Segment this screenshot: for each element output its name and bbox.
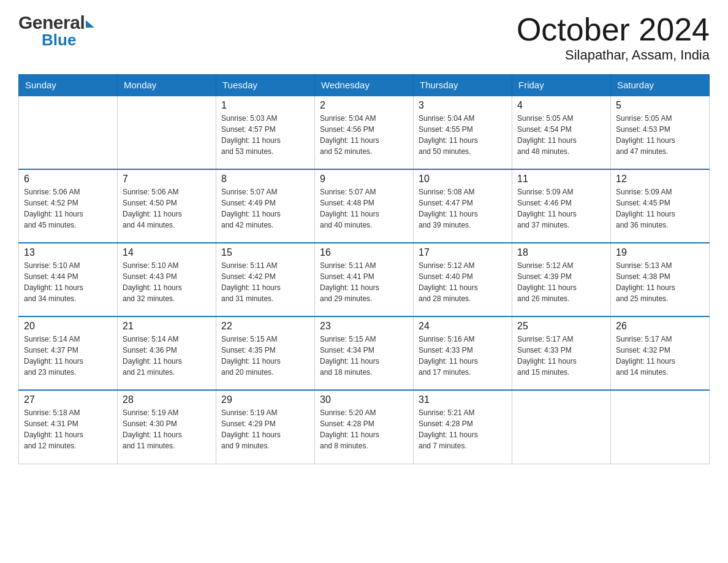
day-info: Sunrise: 5:20 AMSunset: 4:28 PMDaylight:…	[320, 407, 408, 451]
table-row: 19Sunrise: 5:13 AMSunset: 4:38 PMDayligh…	[611, 243, 710, 316]
table-row	[118, 96, 216, 169]
day-number: 25	[517, 321, 605, 332]
day-number: 11	[517, 174, 605, 185]
day-number: 12	[616, 174, 704, 185]
weekday-header-row: Sunday Monday Tuesday Wednesday Thursday…	[19, 75, 710, 96]
table-row: 26Sunrise: 5:17 AMSunset: 4:32 PMDayligh…	[611, 316, 710, 390]
calendar-week-row: 27Sunrise: 5:18 AMSunset: 4:31 PMDayligh…	[19, 390, 710, 464]
day-number: 19	[616, 247, 704, 258]
table-row	[512, 390, 611, 464]
page-header: General Blue October 2024 Silapathar, As…	[18, 12, 710, 63]
table-row: 29Sunrise: 5:19 AMSunset: 4:29 PMDayligh…	[216, 390, 315, 464]
day-info: Sunrise: 5:19 AMSunset: 4:30 PMDaylight:…	[123, 407, 211, 451]
table-row: 8Sunrise: 5:07 AMSunset: 4:49 PMDaylight…	[216, 169, 315, 243]
day-info: Sunrise: 5:07 AMSunset: 4:49 PMDaylight:…	[221, 186, 309, 231]
day-info: Sunrise: 5:15 AMSunset: 4:34 PMDaylight:…	[320, 334, 408, 378]
calendar-title: October 2024	[517, 12, 710, 47]
day-info: Sunrise: 5:14 AMSunset: 4:37 PMDaylight:…	[24, 334, 112, 378]
logo-general-text: General	[18, 12, 85, 33]
table-row: 2Sunrise: 5:04 AMSunset: 4:56 PMDaylight…	[315, 96, 414, 169]
day-info: Sunrise: 5:17 AMSunset: 4:33 PMDaylight:…	[517, 334, 605, 378]
day-number: 18	[517, 247, 605, 258]
table-row: 30Sunrise: 5:20 AMSunset: 4:28 PMDayligh…	[315, 390, 414, 464]
day-info: Sunrise: 5:06 AMSunset: 4:52 PMDaylight:…	[24, 186, 112, 231]
table-row	[19, 96, 118, 169]
table-row: 16Sunrise: 5:11 AMSunset: 4:41 PMDayligh…	[315, 243, 414, 316]
day-number: 31	[419, 394, 507, 405]
day-number: 22	[221, 321, 309, 332]
col-wednesday: Wednesday	[315, 75, 414, 96]
day-info: Sunrise: 5:15 AMSunset: 4:35 PMDaylight:…	[221, 334, 309, 378]
table-row: 7Sunrise: 5:06 AMSunset: 4:50 PMDaylight…	[118, 169, 216, 243]
day-info: Sunrise: 5:18 AMSunset: 4:31 PMDaylight:…	[24, 407, 112, 451]
table-row: 10Sunrise: 5:08 AMSunset: 4:47 PMDayligh…	[414, 169, 512, 243]
table-row: 17Sunrise: 5:12 AMSunset: 4:40 PMDayligh…	[414, 243, 512, 316]
day-number: 8	[221, 174, 309, 185]
table-row: 14Sunrise: 5:10 AMSunset: 4:43 PMDayligh…	[118, 243, 216, 316]
logo-blue-text: Blue	[42, 31, 76, 50]
day-number: 1	[221, 100, 309, 111]
table-row: 22Sunrise: 5:15 AMSunset: 4:35 PMDayligh…	[216, 316, 315, 390]
day-info: Sunrise: 5:09 AMSunset: 4:45 PMDaylight:…	[616, 186, 704, 231]
day-number: 29	[221, 394, 309, 405]
table-row: 5Sunrise: 5:05 AMSunset: 4:53 PMDaylight…	[611, 96, 710, 169]
day-number: 15	[221, 247, 309, 258]
day-number: 24	[419, 321, 507, 332]
table-row: 20Sunrise: 5:14 AMSunset: 4:37 PMDayligh…	[19, 316, 118, 390]
day-info: Sunrise: 5:08 AMSunset: 4:47 PMDaylight:…	[419, 186, 507, 231]
day-number: 23	[320, 321, 408, 332]
table-row: 21Sunrise: 5:14 AMSunset: 4:36 PMDayligh…	[118, 316, 216, 390]
table-row	[611, 390, 710, 464]
col-tuesday: Tuesday	[216, 75, 315, 96]
day-number: 16	[320, 247, 408, 258]
table-row: 25Sunrise: 5:17 AMSunset: 4:33 PMDayligh…	[512, 316, 611, 390]
day-info: Sunrise: 5:10 AMSunset: 4:44 PMDaylight:…	[24, 260, 112, 304]
day-number: 28	[123, 394, 211, 405]
day-info: Sunrise: 5:04 AMSunset: 4:56 PMDaylight:…	[320, 113, 408, 157]
day-number: 9	[320, 174, 408, 185]
day-number: 5	[616, 100, 704, 111]
table-row: 3Sunrise: 5:04 AMSunset: 4:55 PMDaylight…	[414, 96, 512, 169]
calendar-week-row: 6Sunrise: 5:06 AMSunset: 4:52 PMDaylight…	[19, 169, 710, 243]
table-row: 12Sunrise: 5:09 AMSunset: 4:45 PMDayligh…	[611, 169, 710, 243]
logo: General Blue	[18, 12, 94, 50]
day-info: Sunrise: 5:14 AMSunset: 4:36 PMDaylight:…	[123, 334, 211, 378]
table-row: 18Sunrise: 5:12 AMSunset: 4:39 PMDayligh…	[512, 243, 611, 316]
day-info: Sunrise: 5:16 AMSunset: 4:33 PMDaylight:…	[419, 334, 507, 378]
table-row: 24Sunrise: 5:16 AMSunset: 4:33 PMDayligh…	[414, 316, 512, 390]
day-number: 4	[517, 100, 605, 111]
calendar-table: Sunday Monday Tuesday Wednesday Thursday…	[18, 74, 710, 464]
calendar-week-row: 1Sunrise: 5:03 AMSunset: 4:57 PMDaylight…	[19, 96, 710, 169]
day-number: 3	[419, 100, 507, 111]
day-info: Sunrise: 5:04 AMSunset: 4:55 PMDaylight:…	[419, 113, 507, 157]
col-thursday: Thursday	[414, 75, 512, 96]
day-number: 2	[320, 100, 408, 111]
day-info: Sunrise: 5:05 AMSunset: 4:53 PMDaylight:…	[616, 113, 704, 157]
day-info: Sunrise: 5:03 AMSunset: 4:57 PMDaylight:…	[221, 113, 309, 157]
table-row: 13Sunrise: 5:10 AMSunset: 4:44 PMDayligh…	[19, 243, 118, 316]
col-monday: Monday	[118, 75, 216, 96]
calendar-week-row: 20Sunrise: 5:14 AMSunset: 4:37 PMDayligh…	[19, 316, 710, 390]
day-number: 27	[24, 394, 112, 405]
day-info: Sunrise: 5:21 AMSunset: 4:28 PMDaylight:…	[419, 407, 507, 451]
day-info: Sunrise: 5:19 AMSunset: 4:29 PMDaylight:…	[221, 407, 309, 451]
day-info: Sunrise: 5:09 AMSunset: 4:46 PMDaylight:…	[517, 186, 605, 231]
day-info: Sunrise: 5:12 AMSunset: 4:40 PMDaylight:…	[419, 260, 507, 304]
day-info: Sunrise: 5:10 AMSunset: 4:43 PMDaylight:…	[123, 260, 211, 304]
day-number: 30	[320, 394, 408, 405]
day-number: 13	[24, 247, 112, 258]
table-row: 23Sunrise: 5:15 AMSunset: 4:34 PMDayligh…	[315, 316, 414, 390]
day-number: 20	[24, 321, 112, 332]
table-row: 11Sunrise: 5:09 AMSunset: 4:46 PMDayligh…	[512, 169, 611, 243]
table-row: 28Sunrise: 5:19 AMSunset: 4:30 PMDayligh…	[118, 390, 216, 464]
day-info: Sunrise: 5:11 AMSunset: 4:42 PMDaylight:…	[221, 260, 309, 304]
col-sunday: Sunday	[19, 75, 118, 96]
day-info: Sunrise: 5:12 AMSunset: 4:39 PMDaylight:…	[517, 260, 605, 304]
calendar-subtitle: Silapathar, Assam, India	[517, 47, 710, 63]
day-number: 6	[24, 174, 112, 185]
table-row: 4Sunrise: 5:05 AMSunset: 4:54 PMDaylight…	[512, 96, 611, 169]
day-number: 26	[616, 321, 704, 332]
calendar-week-row: 13Sunrise: 5:10 AMSunset: 4:44 PMDayligh…	[19, 243, 710, 316]
day-number: 21	[123, 321, 211, 332]
table-row: 27Sunrise: 5:18 AMSunset: 4:31 PMDayligh…	[19, 390, 118, 464]
